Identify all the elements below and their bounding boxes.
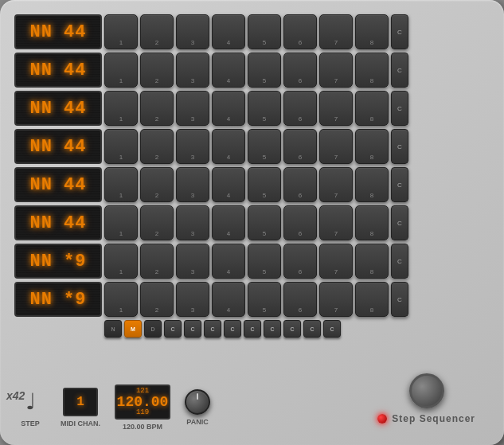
- step-btn-row4-step2[interactable]: 3: [176, 167, 209, 202]
- step-btn-row7-step6[interactable]: 7: [319, 282, 353, 317]
- bottom-c-btn-1[interactable]: C: [184, 320, 201, 338]
- step-btn-row3-step6[interactable]: 7: [319, 129, 353, 164]
- step-btn-row1-step1[interactable]: 2: [140, 53, 174, 88]
- c-btn-row1[interactable]: C: [391, 53, 408, 88]
- bpm-sub: 119: [136, 409, 149, 416]
- step-btn-row2-step3[interactable]: 4: [212, 91, 245, 126]
- step-btn-row1-step3[interactable]: 4: [212, 53, 245, 88]
- step-btn-row0-step6[interactable]: 7: [319, 14, 353, 49]
- step-btn-row3-step3[interactable]: 4: [212, 129, 245, 164]
- note-display-5[interactable]: NN 44: [14, 205, 102, 240]
- step-btn-row7-step7[interactable]: 8: [355, 282, 389, 317]
- c-btn-row5[interactable]: C: [391, 205, 408, 240]
- run-button[interactable]: [409, 373, 444, 408]
- step-btn-row7-step5[interactable]: 6: [283, 282, 317, 317]
- step-btn-row7-step0[interactable]: 1: [104, 282, 138, 317]
- panic-knob[interactable]: [185, 389, 210, 415]
- step-btn-row1-step7[interactable]: 8: [355, 53, 389, 88]
- step-control: ♩ STEP: [14, 388, 46, 427]
- c-btn-row2[interactable]: C: [391, 91, 408, 126]
- step-btn-row6-step4[interactable]: 5: [248, 244, 281, 279]
- step-number-5-4: 5: [263, 231, 266, 237]
- step-btn-row4-step4[interactable]: 5: [248, 167, 281, 202]
- step-btn-row0-step0[interactable]: 1: [104, 14, 138, 49]
- note-display-3[interactable]: NN 44: [14, 129, 102, 164]
- step-btn-row5-step3[interactable]: 4: [212, 205, 245, 240]
- step-btn-row2-step0[interactable]: 1: [104, 91, 138, 126]
- step-btn-row1-step5[interactable]: 6: [283, 53, 317, 88]
- note-display-4[interactable]: NN 44: [14, 167, 102, 202]
- c-btn-row7[interactable]: C: [391, 282, 408, 317]
- step-btn-row7-step1[interactable]: 2: [140, 282, 174, 317]
- bottom-c-btn-2[interactable]: C: [204, 320, 221, 338]
- step-btn-row1-step6[interactable]: 7: [319, 53, 353, 88]
- step-btn-row6-step5[interactable]: 6: [283, 244, 317, 279]
- mode-n-btn[interactable]: N: [104, 320, 122, 338]
- mode-d-btn[interactable]: D: [144, 320, 162, 338]
- bottom-c-btn-3[interactable]: C: [224, 320, 241, 338]
- bottom-c-btn-5[interactable]: C: [264, 320, 281, 338]
- step-btn-row7-step2[interactable]: 3: [176, 282, 209, 317]
- c-btn-row0[interactable]: C: [391, 14, 408, 49]
- step-btn-row5-step5[interactable]: 6: [283, 205, 317, 240]
- bottom-c-btn-0[interactable]: C: [164, 320, 182, 338]
- note-display-2[interactable]: NN 44: [14, 91, 102, 126]
- step-btn-row5-step2[interactable]: 3: [176, 205, 209, 240]
- step-btn-row4-step3[interactable]: 4: [212, 167, 245, 202]
- c-btn-row6[interactable]: C: [391, 244, 408, 279]
- step-btn-row5-step7[interactable]: 8: [355, 205, 389, 240]
- step-btn-row3-step4[interactable]: 5: [248, 129, 281, 164]
- step-btn-row2-step6[interactable]: 7: [319, 91, 353, 126]
- step-btn-row4-step5[interactable]: 6: [283, 167, 317, 202]
- step-btn-row5-step1[interactable]: 2: [140, 205, 174, 240]
- step-btn-row6-step3[interactable]: 4: [212, 244, 245, 279]
- step-btn-row5-step6[interactable]: 7: [319, 205, 353, 240]
- c-btn-row4[interactable]: C: [391, 167, 408, 202]
- bottom-c-btn-4[interactable]: C: [244, 320, 261, 338]
- step-btn-row6-step0[interactable]: 1: [104, 244, 138, 279]
- step-btn-row1-step4[interactable]: 5: [248, 53, 281, 88]
- step-btn-row4-step0[interactable]: 1: [104, 167, 138, 202]
- step-btn-row0-step7[interactable]: 8: [355, 14, 389, 49]
- step-btn-row4-step1[interactable]: 2: [140, 167, 174, 202]
- note-display-1[interactable]: NN 44: [14, 53, 102, 88]
- step-btn-row1-step2[interactable]: 3: [176, 53, 209, 88]
- step-btn-row3-step2[interactable]: 3: [176, 129, 209, 164]
- note-display-0[interactable]: NN 44: [14, 14, 102, 49]
- step-btn-row2-step4[interactable]: 5: [248, 91, 281, 126]
- step-btn-row7-step3[interactable]: 4: [212, 282, 245, 317]
- step-btn-row5-step0[interactable]: 1: [104, 205, 138, 240]
- step-btn-row4-step7[interactable]: 8: [355, 167, 389, 202]
- step-btn-row2-step5[interactable]: 6: [283, 91, 317, 126]
- bottom-c-btn-7[interactable]: C: [303, 320, 321, 338]
- step-btn-row2-step1[interactable]: 2: [140, 91, 174, 126]
- step-btn-row3-step0[interactable]: 1: [104, 129, 138, 164]
- bottom-c-btn-8[interactable]: C: [323, 320, 341, 338]
- step-number-0-4: 5: [263, 40, 266, 46]
- step-btn-row0-step2[interactable]: 3: [176, 14, 209, 49]
- step-btn-row2-step2[interactable]: 3: [176, 91, 209, 126]
- c-btn-row3[interactable]: C: [391, 129, 408, 164]
- note-display-7[interactable]: NN *9: [14, 282, 102, 317]
- bottom-c-btn-6[interactable]: C: [283, 320, 301, 338]
- step-btn-row7-step4[interactable]: 5: [248, 282, 281, 317]
- step-btn-row3-step7[interactable]: 8: [355, 129, 389, 164]
- step-btn-row0-step5[interactable]: 6: [283, 14, 317, 49]
- step-number-2-3: 4: [227, 116, 230, 123]
- mode-m-btn[interactable]: M: [124, 320, 142, 338]
- step-btn-row2-step7[interactable]: 8: [355, 91, 389, 126]
- step-btn-row5-step4[interactable]: 5: [248, 205, 281, 240]
- step-btn-row6-step6[interactable]: 7: [319, 244, 353, 279]
- note-display-6[interactable]: NN *9: [14, 244, 102, 279]
- step-btn-row6-step1[interactable]: 2: [140, 244, 174, 279]
- step-btn-row3-step5[interactable]: 6: [283, 129, 317, 164]
- step-btn-row1-step0[interactable]: 1: [104, 53, 138, 88]
- step-btn-row6-step7[interactable]: 8: [355, 244, 389, 279]
- step-btn-row0-step3[interactable]: 4: [212, 14, 245, 49]
- step-btn-row3-step1[interactable]: 2: [140, 129, 174, 164]
- step-btn-row4-step6[interactable]: 7: [319, 167, 353, 202]
- step-number-4-1: 2: [155, 193, 158, 199]
- step-btn-row6-step2[interactable]: 3: [176, 244, 209, 279]
- step-btn-row0-step1[interactable]: 2: [140, 14, 174, 49]
- step-btn-row0-step4[interactable]: 5: [248, 14, 281, 49]
